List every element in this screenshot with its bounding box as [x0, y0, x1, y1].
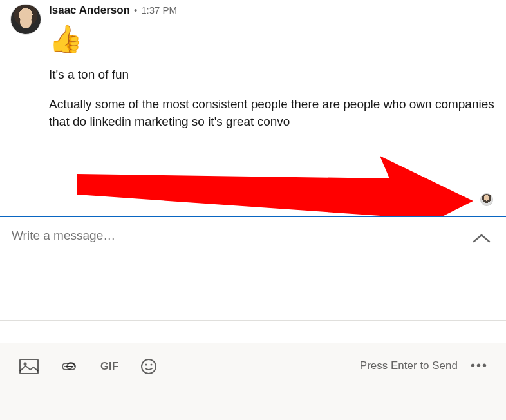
message-content: Isaac Anderson • 1:37 PM 👍 It's a ton of…: [49, 4, 496, 142]
read-receipt[interactable]: [480, 193, 493, 206]
svg-point-7: [151, 364, 153, 366]
compose-box[interactable]: Write a message…: [0, 217, 506, 320]
toolbar-right: Press Enter to Send •••: [360, 358, 488, 373]
message: Isaac Anderson • 1:37 PM 👍 It's a ton of…: [0, 0, 506, 142]
message-text-1: It's a ton of fun: [49, 66, 496, 84]
image-icon[interactable]: [19, 359, 39, 374]
message-header: Isaac Anderson • 1:37 PM: [49, 4, 496, 17]
compose-container: Write a message…: [0, 216, 506, 321]
press-enter-label[interactable]: Press Enter to Send: [360, 359, 458, 372]
avatar[interactable]: [10, 4, 41, 35]
chevron-up-icon[interactable]: [473, 233, 491, 243]
read-receipt-avatar: [480, 193, 493, 206]
svg-marker-0: [77, 156, 473, 220]
message-emoji: 👍: [49, 24, 496, 54]
emoji-icon[interactable]: [140, 358, 157, 375]
compose-placeholder: Write a message…: [12, 229, 115, 243]
message-text-2: Actually some of the most consistent peo…: [49, 95, 496, 131]
attachment-icon[interactable]: [61, 361, 79, 372]
message-area: Isaac Anderson • 1:37 PM 👍 It's a ton of…: [0, 0, 506, 142]
svg-point-6: [145, 364, 147, 366]
svg-point-5: [142, 359, 156, 374]
more-icon[interactable]: •••: [471, 358, 488, 373]
svg-rect-1: [20, 359, 38, 374]
svg-point-2: [24, 363, 27, 366]
separator-dot: •: [134, 5, 137, 15]
gif-icon[interactable]: GIF: [100, 361, 118, 372]
timestamp: 1:37 PM: [141, 5, 177, 15]
annotation-arrow: [77, 156, 476, 223]
toolbar: GIF Press Enter to Send •••: [0, 343, 506, 420]
toolbar-left: GIF: [19, 358, 157, 375]
sender-name[interactable]: Isaac Anderson: [49, 4, 130, 17]
